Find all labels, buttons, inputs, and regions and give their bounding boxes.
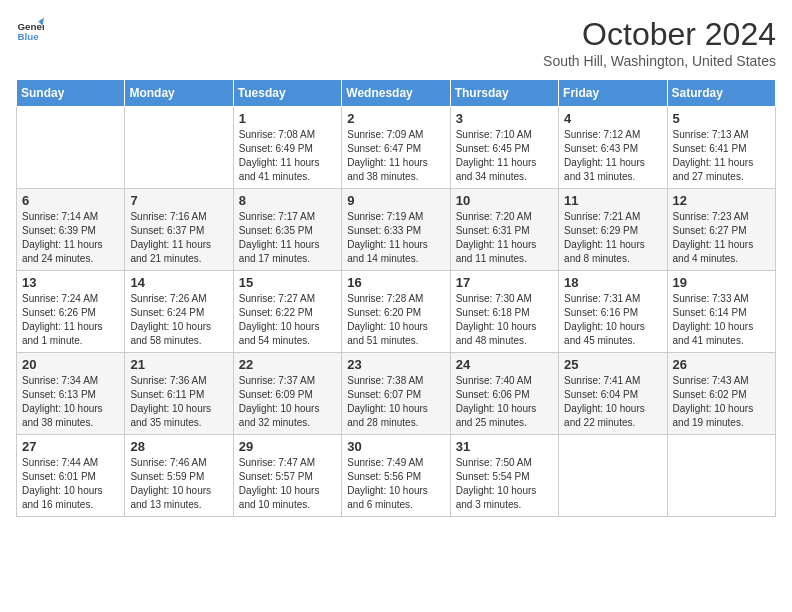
logo: General Blue [16, 16, 44, 44]
calendar-header-row: SundayMondayTuesdayWednesdayThursdayFrid… [17, 80, 776, 107]
calendar-cell: 18Sunrise: 7:31 AMSunset: 6:16 PMDayligh… [559, 271, 667, 353]
cell-sun-info: Sunrise: 7:38 AMSunset: 6:07 PMDaylight:… [347, 374, 444, 430]
calendar-cell: 8Sunrise: 7:17 AMSunset: 6:35 PMDaylight… [233, 189, 341, 271]
calendar-cell: 15Sunrise: 7:27 AMSunset: 6:22 PMDayligh… [233, 271, 341, 353]
calendar-cell: 23Sunrise: 7:38 AMSunset: 6:07 PMDayligh… [342, 353, 450, 435]
cell-sun-info: Sunrise: 7:16 AMSunset: 6:37 PMDaylight:… [130, 210, 227, 266]
cell-sun-info: Sunrise: 7:26 AMSunset: 6:24 PMDaylight:… [130, 292, 227, 348]
calendar-cell: 26Sunrise: 7:43 AMSunset: 6:02 PMDayligh… [667, 353, 775, 435]
calendar-week-row: 13Sunrise: 7:24 AMSunset: 6:26 PMDayligh… [17, 271, 776, 353]
day-number: 14 [130, 275, 227, 290]
cell-sun-info: Sunrise: 7:49 AMSunset: 5:56 PMDaylight:… [347, 456, 444, 512]
day-of-week-header: Friday [559, 80, 667, 107]
cell-sun-info: Sunrise: 7:31 AMSunset: 6:16 PMDaylight:… [564, 292, 661, 348]
day-number: 2 [347, 111, 444, 126]
cell-sun-info: Sunrise: 7:20 AMSunset: 6:31 PMDaylight:… [456, 210, 553, 266]
cell-sun-info: Sunrise: 7:37 AMSunset: 6:09 PMDaylight:… [239, 374, 336, 430]
calendar-cell [559, 435, 667, 517]
day-number: 9 [347, 193, 444, 208]
cell-sun-info: Sunrise: 7:08 AMSunset: 6:49 PMDaylight:… [239, 128, 336, 184]
day-number: 17 [456, 275, 553, 290]
page-header: General Blue October 2024 South Hill, Wa… [16, 16, 776, 69]
day-number: 4 [564, 111, 661, 126]
cell-sun-info: Sunrise: 7:47 AMSunset: 5:57 PMDaylight:… [239, 456, 336, 512]
calendar-week-row: 20Sunrise: 7:34 AMSunset: 6:13 PMDayligh… [17, 353, 776, 435]
cell-sun-info: Sunrise: 7:34 AMSunset: 6:13 PMDaylight:… [22, 374, 119, 430]
cell-sun-info: Sunrise: 7:13 AMSunset: 6:41 PMDaylight:… [673, 128, 770, 184]
day-number: 25 [564, 357, 661, 372]
calendar-cell: 30Sunrise: 7:49 AMSunset: 5:56 PMDayligh… [342, 435, 450, 517]
day-number: 12 [673, 193, 770, 208]
day-number: 20 [22, 357, 119, 372]
calendar-cell: 2Sunrise: 7:09 AMSunset: 6:47 PMDaylight… [342, 107, 450, 189]
cell-sun-info: Sunrise: 7:27 AMSunset: 6:22 PMDaylight:… [239, 292, 336, 348]
calendar-cell [125, 107, 233, 189]
day-number: 5 [673, 111, 770, 126]
cell-sun-info: Sunrise: 7:33 AMSunset: 6:14 PMDaylight:… [673, 292, 770, 348]
calendar-week-row: 27Sunrise: 7:44 AMSunset: 6:01 PMDayligh… [17, 435, 776, 517]
calendar-cell: 29Sunrise: 7:47 AMSunset: 5:57 PMDayligh… [233, 435, 341, 517]
cell-sun-info: Sunrise: 7:10 AMSunset: 6:45 PMDaylight:… [456, 128, 553, 184]
calendar-cell: 7Sunrise: 7:16 AMSunset: 6:37 PMDaylight… [125, 189, 233, 271]
cell-sun-info: Sunrise: 7:19 AMSunset: 6:33 PMDaylight:… [347, 210, 444, 266]
cell-sun-info: Sunrise: 7:23 AMSunset: 6:27 PMDaylight:… [673, 210, 770, 266]
calendar-cell: 5Sunrise: 7:13 AMSunset: 6:41 PMDaylight… [667, 107, 775, 189]
day-of-week-header: Thursday [450, 80, 558, 107]
cell-sun-info: Sunrise: 7:46 AMSunset: 5:59 PMDaylight:… [130, 456, 227, 512]
calendar-cell: 13Sunrise: 7:24 AMSunset: 6:26 PMDayligh… [17, 271, 125, 353]
day-number: 6 [22, 193, 119, 208]
calendar-cell: 4Sunrise: 7:12 AMSunset: 6:43 PMDaylight… [559, 107, 667, 189]
cell-sun-info: Sunrise: 7:43 AMSunset: 6:02 PMDaylight:… [673, 374, 770, 430]
day-number: 8 [239, 193, 336, 208]
day-number: 26 [673, 357, 770, 372]
calendar-cell: 16Sunrise: 7:28 AMSunset: 6:20 PMDayligh… [342, 271, 450, 353]
day-of-week-header: Sunday [17, 80, 125, 107]
cell-sun-info: Sunrise: 7:17 AMSunset: 6:35 PMDaylight:… [239, 210, 336, 266]
cell-sun-info: Sunrise: 7:36 AMSunset: 6:11 PMDaylight:… [130, 374, 227, 430]
calendar-cell: 24Sunrise: 7:40 AMSunset: 6:06 PMDayligh… [450, 353, 558, 435]
calendar-cell: 28Sunrise: 7:46 AMSunset: 5:59 PMDayligh… [125, 435, 233, 517]
day-number: 24 [456, 357, 553, 372]
day-of-week-header: Tuesday [233, 80, 341, 107]
calendar-cell: 19Sunrise: 7:33 AMSunset: 6:14 PMDayligh… [667, 271, 775, 353]
calendar-week-row: 1Sunrise: 7:08 AMSunset: 6:49 PMDaylight… [17, 107, 776, 189]
location-subtitle: South Hill, Washington, United States [543, 53, 776, 69]
day-number: 28 [130, 439, 227, 454]
day-number: 13 [22, 275, 119, 290]
day-number: 19 [673, 275, 770, 290]
day-number: 21 [130, 357, 227, 372]
cell-sun-info: Sunrise: 7:24 AMSunset: 6:26 PMDaylight:… [22, 292, 119, 348]
calendar-cell: 17Sunrise: 7:30 AMSunset: 6:18 PMDayligh… [450, 271, 558, 353]
day-number: 3 [456, 111, 553, 126]
cell-sun-info: Sunrise: 7:09 AMSunset: 6:47 PMDaylight:… [347, 128, 444, 184]
day-number: 27 [22, 439, 119, 454]
cell-sun-info: Sunrise: 7:14 AMSunset: 6:39 PMDaylight:… [22, 210, 119, 266]
calendar-cell: 12Sunrise: 7:23 AMSunset: 6:27 PMDayligh… [667, 189, 775, 271]
calendar-cell: 9Sunrise: 7:19 AMSunset: 6:33 PMDaylight… [342, 189, 450, 271]
title-area: October 2024 South Hill, Washington, Uni… [543, 16, 776, 69]
calendar-cell [667, 435, 775, 517]
day-number: 23 [347, 357, 444, 372]
day-number: 1 [239, 111, 336, 126]
month-title: October 2024 [543, 16, 776, 53]
calendar-cell: 21Sunrise: 7:36 AMSunset: 6:11 PMDayligh… [125, 353, 233, 435]
calendar-table: SundayMondayTuesdayWednesdayThursdayFrid… [16, 79, 776, 517]
cell-sun-info: Sunrise: 7:50 AMSunset: 5:54 PMDaylight:… [456, 456, 553, 512]
day-of-week-header: Monday [125, 80, 233, 107]
day-number: 22 [239, 357, 336, 372]
calendar-week-row: 6Sunrise: 7:14 AMSunset: 6:39 PMDaylight… [17, 189, 776, 271]
calendar-cell: 27Sunrise: 7:44 AMSunset: 6:01 PMDayligh… [17, 435, 125, 517]
cell-sun-info: Sunrise: 7:30 AMSunset: 6:18 PMDaylight:… [456, 292, 553, 348]
calendar-cell: 31Sunrise: 7:50 AMSunset: 5:54 PMDayligh… [450, 435, 558, 517]
calendar-cell: 3Sunrise: 7:10 AMSunset: 6:45 PMDaylight… [450, 107, 558, 189]
calendar-cell: 10Sunrise: 7:20 AMSunset: 6:31 PMDayligh… [450, 189, 558, 271]
day-of-week-header: Wednesday [342, 80, 450, 107]
logo-icon: General Blue [16, 16, 44, 44]
day-number: 10 [456, 193, 553, 208]
day-number: 29 [239, 439, 336, 454]
calendar-cell: 1Sunrise: 7:08 AMSunset: 6:49 PMDaylight… [233, 107, 341, 189]
calendar-cell: 11Sunrise: 7:21 AMSunset: 6:29 PMDayligh… [559, 189, 667, 271]
calendar-cell: 6Sunrise: 7:14 AMSunset: 6:39 PMDaylight… [17, 189, 125, 271]
cell-sun-info: Sunrise: 7:40 AMSunset: 6:06 PMDaylight:… [456, 374, 553, 430]
calendar-cell: 25Sunrise: 7:41 AMSunset: 6:04 PMDayligh… [559, 353, 667, 435]
